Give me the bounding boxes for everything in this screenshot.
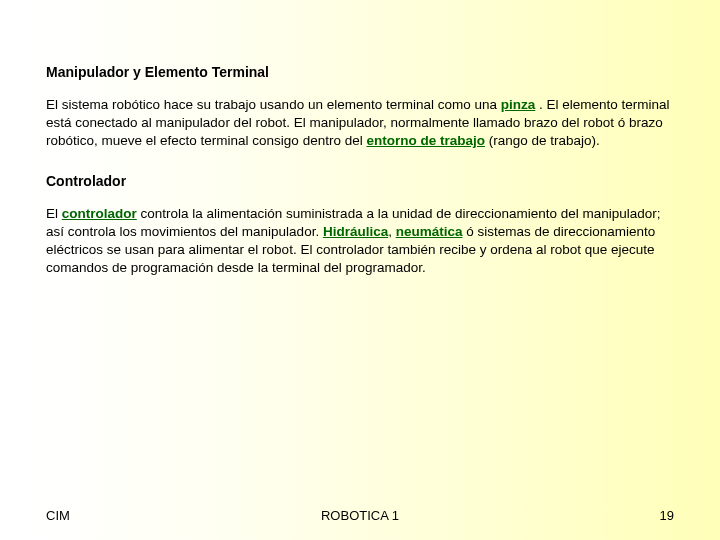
link-pinza[interactable]: pinza — [501, 97, 536, 112]
link-entorno-de-trabajo[interactable]: entorno de trabajo — [366, 133, 485, 148]
text: El sistema robótico hace su trabajo usan… — [46, 97, 501, 112]
paragraph-controlador: El controlador controla la alimentación … — [46, 205, 674, 278]
heading-manipulador: Manipulador y Elemento Terminal — [46, 64, 674, 80]
text: , — [388, 224, 396, 239]
link-controlador[interactable]: controlador — [62, 206, 137, 221]
link-hidraulica[interactable]: Hidráulica — [323, 224, 388, 239]
text: (rango de trabajo). — [485, 133, 600, 148]
link-neumatica[interactable]: neumática — [396, 224, 463, 239]
footer-page-number: 19 — [660, 508, 674, 523]
text: El — [46, 206, 62, 221]
footer-center: ROBOTICA 1 — [0, 508, 720, 523]
slide: Manipulador y Elemento Terminal El siste… — [0, 0, 720, 540]
paragraph-manipulador: El sistema robótico hace su trabajo usan… — [46, 96, 674, 151]
heading-controlador: Controlador — [46, 173, 674, 189]
